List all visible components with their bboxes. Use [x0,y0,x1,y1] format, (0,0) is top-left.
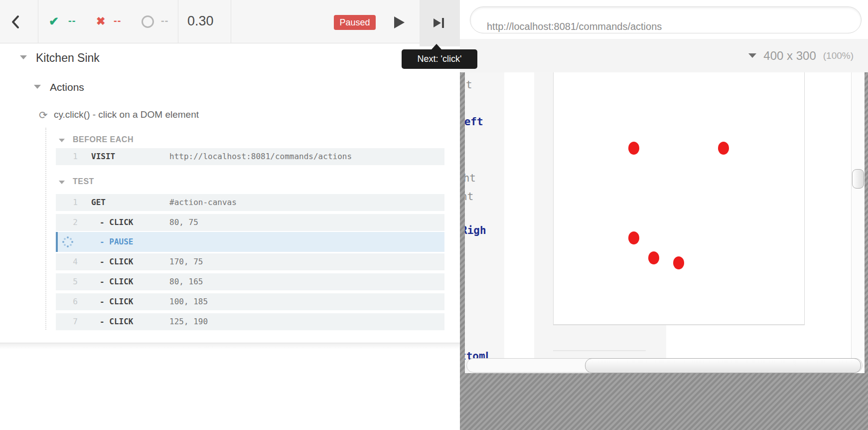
tooltip-arrow [432,44,441,49]
command-row-click[interactable]: 5 - CLICK 80, 165 [56,273,444,290]
test-section-label[interactable]: TEST [73,177,94,186]
play-icon [394,16,405,28]
viewport-info: 400 x 300 (100%) [460,39,854,72]
vertical-scrollbar-track[interactable] [851,72,865,358]
command-message: 170, 75 [169,257,203,266]
command-number: 2 [67,217,78,227]
code-column: t Left ght ht Righ ttomL [465,72,504,373]
command-number: 1 [67,152,78,161]
command-message: #action-canvas [169,198,237,207]
command-message: 80, 165 [169,277,203,286]
click-dot [628,231,639,244]
command-number: 5 [67,277,78,286]
command-message: 100, 185 [169,297,208,306]
collapse-caret-icon[interactable] [59,181,65,184]
viewport-size[interactable]: 400 x 300 [763,49,816,63]
address-bar[interactable]: http://localhost:8081/commands/actions [470,6,862,33]
code-fragment: Left [465,116,483,128]
failed-x-icon: ✖ [96,15,105,28]
reporter-bottom-edge [0,343,460,349]
command-message: 125, 190 [169,317,208,326]
command-method: - CLICK [100,277,133,286]
command-message: 80, 75 [169,217,198,227]
test-title[interactable]: cy.click() - click on a DOM element [54,109,199,120]
next-tooltip: Next: 'click' [402,49,477,69]
viewport-scale: (100%) [823,50,854,61]
test-timer: 0.30 [187,13,214,29]
command-row-pause-active[interactable]: - PAUSE [56,232,444,252]
click-dot [628,142,639,155]
action-canvas[interactable] [553,72,805,325]
click-dot [673,256,684,269]
app-iframe[interactable]: t Left ght ht Righ ttomL [465,72,865,373]
back-chevron-icon [11,15,20,29]
click-dot [648,251,659,264]
step-forward-icon [434,18,441,27]
back-button[interactable] [0,0,38,43]
pending-circle-icon [142,15,154,28]
vertical-scrollbar-thumb[interactable] [852,169,864,189]
code-fragment: Righ [465,224,486,236]
command-method: GET [91,198,106,207]
command-number: 1 [67,198,78,207]
command-row-click[interactable]: 7 - CLICK 125, 190 [56,313,444,330]
command-method: - CLICK [100,217,133,227]
passed-count: -- [68,15,76,26]
viewport-dropdown-caret-icon[interactable] [748,53,756,58]
command-number: 6 [67,297,78,306]
toolbar-divider [231,0,231,43]
command-row-get[interactable]: 1 GET #action-canvas [56,194,444,211]
collapse-caret-icon[interactable] [20,55,27,59]
app-stage-striped-background: t Left ght ht Righ ttomL [460,72,868,430]
code-fragment: t [466,79,472,91]
code-fragment: ght [465,172,476,184]
command-number: 4 [67,257,78,266]
reporter-panel: ✔ -- ✖ -- -- 0.30 Paused Next: 'click' K… [0,0,460,430]
command-number: 7 [67,317,78,326]
pause-spinner-icon [67,241,69,243]
command-method: - CLICK [100,257,133,266]
command-method: - CLICK [100,317,133,326]
failed-count: -- [114,15,121,26]
command-method: - PAUSE [100,237,133,246]
command-row-click[interactable]: 6 - CLICK 100, 185 [56,293,444,310]
suite-kitchen-sink[interactable]: Kitchen Sink [36,51,100,65]
collapse-caret-icon[interactable] [34,85,41,89]
resume-button[interactable] [389,14,409,31]
content-divider [553,350,646,351]
command-row-click[interactable]: 4 - CLICK 170, 75 [56,253,444,270]
command-method: VISIT [91,152,115,161]
address-bar-url[interactable]: http://localhost:8081/commands/actions [487,13,846,39]
paused-badge[interactable]: Paused [334,15,376,30]
step-forward-icon-bar [442,18,444,28]
code-fragment: ht [465,191,473,203]
before-each-section-label[interactable]: BEFORE EACH [73,135,134,144]
collapse-caret-icon[interactable] [59,139,65,142]
click-dot [718,142,729,155]
command-row-visit[interactable]: 1 VISIT http://localhost:8081/commands/a… [56,148,444,165]
reporter-toolbar: ✔ -- ✖ -- -- 0.30 Paused [0,0,460,43]
command-message: http://localhost:8081/commands/actions [169,152,352,161]
runner-header: 400 x 300 (100%) http://localhost:8081/c… [460,0,868,72]
test-running-icon: ⟳ [39,109,48,121]
toolbar-divider [38,0,38,43]
command-row-click[interactable]: 2 - CLICK 80, 75 [56,214,444,231]
next-tooltip-label: Next: 'click' [402,49,477,69]
toolbar-divider [178,0,178,43]
suite-actions[interactable]: Actions [50,81,84,93]
viewport-info-band: 400 x 300 (100%) [460,39,868,72]
passed-check-icon: ✔ [49,14,59,28]
horizontal-scrollbar-thumb[interactable] [585,358,861,373]
next-step-button[interactable] [420,0,460,46]
pending-count: -- [161,15,168,26]
command-method: - CLICK [100,297,133,306]
test-body-guide-line [45,128,46,330]
